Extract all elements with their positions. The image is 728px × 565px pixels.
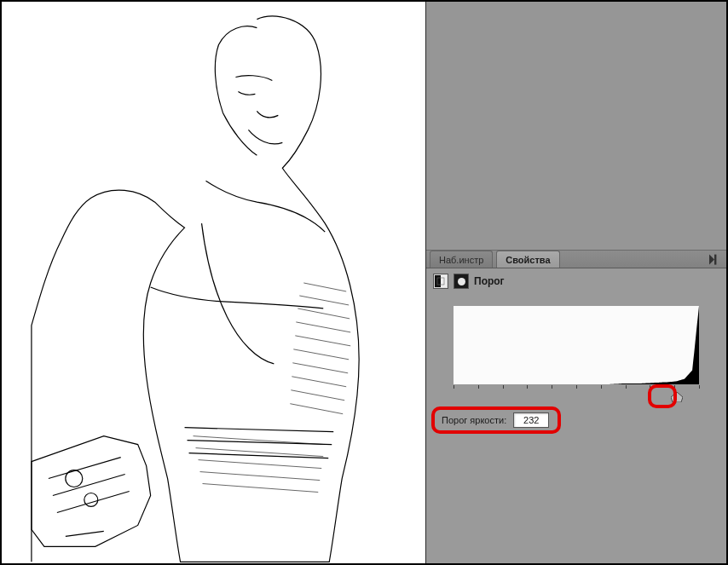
tab-tool-presets[interactable]: Наб.инстр bbox=[430, 251, 493, 268]
properties-panel: Порог bbox=[426, 268, 726, 563]
right-panel: Наб.инстр Свойства Порог bbox=[426, 2, 726, 563]
app-window: Наб.инстр Свойства Порог bbox=[0, 0, 728, 565]
svg-rect-4 bbox=[441, 275, 447, 287]
canvas-image bbox=[2, 2, 425, 563]
threshold-input[interactable] bbox=[513, 412, 549, 428]
threshold-adjustment-icon bbox=[433, 274, 448, 289]
adjustment-header: Порог bbox=[426, 268, 726, 294]
threshold-histogram bbox=[454, 306, 699, 384]
tab-properties[interactable]: Свойства bbox=[496, 251, 559, 268]
svg-rect-3 bbox=[435, 275, 441, 287]
panel-menu-icon[interactable] bbox=[709, 252, 719, 268]
document-canvas[interactable] bbox=[2, 2, 426, 563]
threshold-label: Порог яркости: bbox=[442, 415, 506, 425]
histogram-area bbox=[454, 306, 699, 406]
threshold-field-row: Порог яркости: bbox=[442, 412, 726, 428]
threshold-slider-track[interactable] bbox=[454, 394, 699, 406]
panel-tabbar: Наб.инстр Свойства bbox=[426, 250, 726, 268]
adjustment-title: Порог bbox=[474, 275, 505, 287]
layer-mask-icon bbox=[454, 274, 469, 289]
histogram-ticks bbox=[454, 385, 699, 394]
threshold-slider-handle[interactable] bbox=[671, 392, 683, 402]
